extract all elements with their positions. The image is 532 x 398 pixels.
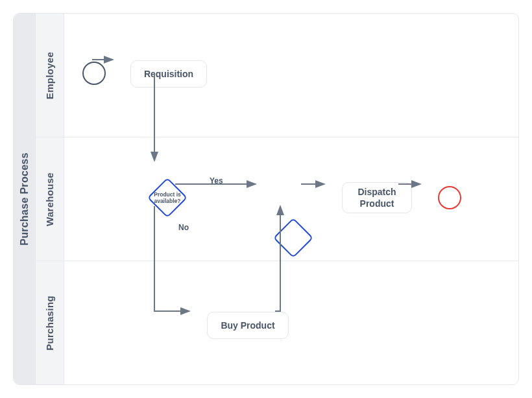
edge-label-no: No (178, 223, 189, 232)
task-label: Buy Product (221, 320, 274, 331)
lane-warehouse: Warehouse Product is available? Yes No D… (36, 137, 518, 261)
pool-header: Purchase Process (14, 14, 36, 384)
lane-body-warehouse: Product is available? Yes No Dispatch Pr… (64, 137, 518, 261)
lane-title: Purchasing (44, 296, 55, 351)
gateway-available: Product is available? (147, 178, 187, 218)
lane-title: Employee (44, 51, 55, 99)
task-requisition: Requisition (130, 60, 207, 88)
task-label: Dispatch Product (357, 186, 396, 209)
lane-body-purchasing: Buy Product (64, 261, 518, 384)
gateway-label: Product is available? (147, 178, 187, 218)
lane-header-employee: Employee (36, 14, 64, 137)
lane-header-warehouse: Warehouse (36, 137, 64, 261)
lane-body-employee: Requisition (64, 14, 518, 137)
pool-title: Purchase Process (19, 152, 30, 246)
end-event (438, 186, 461, 209)
bpmn-diagram: Purchase Process Employee Requisition Wa… (13, 13, 519, 385)
gateway-shape-icon (273, 218, 313, 258)
task-label: Requisition (144, 68, 193, 80)
task-dispatch: Dispatch Product (342, 182, 412, 213)
start-event (82, 62, 106, 85)
lane-header-purchasing: Purchasing (36, 261, 64, 384)
lanes-container: Employee Requisition Warehouse Product i… (36, 14, 518, 384)
lane-title: Warehouse (44, 172, 55, 226)
lane-employee: Employee Requisition (36, 14, 518, 137)
gateway-merge (273, 218, 313, 258)
lane-purchasing: Purchasing Buy Product (36, 261, 518, 384)
edge-label-yes: Yes (210, 176, 223, 185)
task-buy: Buy Product (207, 312, 289, 339)
